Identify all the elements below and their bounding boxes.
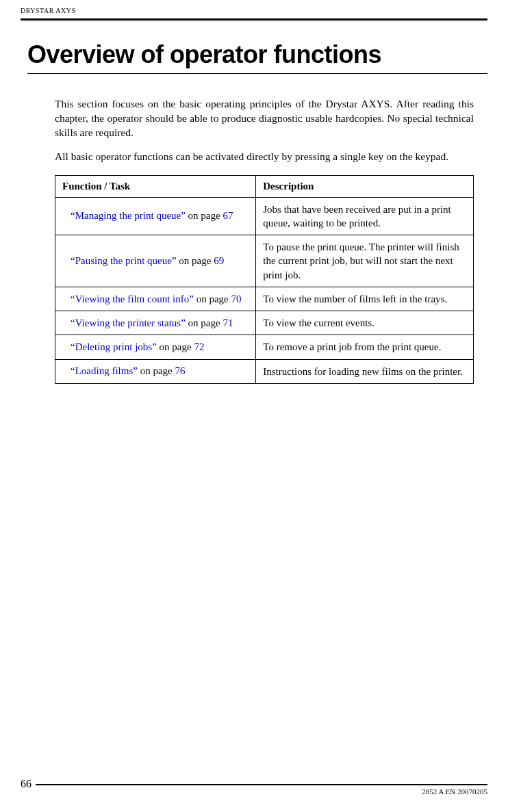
page-number-link[interactable]: 67 [223, 210, 233, 221]
footer-row: 66 2852 A EN 20070205 [21, 787, 487, 800]
table-row: “Loading films” on page 76 Instructions … [55, 359, 474, 383]
on-page-text: on page [138, 365, 175, 376]
document-id: 2852 A EN 20070205 [422, 787, 487, 796]
footer-rule [21, 784, 487, 785]
cross-reference-link[interactable]: “Loading films” [71, 365, 138, 376]
function-cell: “Viewing the printer status” on page 71 [55, 311, 256, 335]
top-rule-thick [21, 18, 487, 20]
intro-paragraph-1: This section focuses on the basic operat… [55, 97, 474, 140]
on-page-text: on page [177, 255, 214, 266]
header-product-label: DRYSTAR AXYS [21, 7, 487, 14]
page-title: Overview of operator functions [21, 40, 487, 69]
col-header-description: Description [256, 175, 474, 197]
description-cell: To view the number of films left in the … [256, 287, 474, 311]
cross-reference-link[interactable]: “Deleting print jobs” [71, 341, 157, 352]
page-number-link[interactable]: 71 [223, 317, 233, 328]
col-header-function: Function / Task [55, 175, 256, 197]
on-page-text: on page [157, 341, 194, 352]
description-cell: To view the current events. [256, 311, 474, 335]
table-header-row: Function / Task Description [55, 175, 474, 197]
on-page-text: on page [186, 317, 223, 328]
page-number-link[interactable]: 69 [214, 255, 224, 266]
cross-reference-link[interactable]: “Viewing the printer status” [71, 317, 186, 328]
cross-reference-link[interactable]: “Pausing the print queue” [71, 255, 177, 266]
function-cell: “Managing the print queue” on page 67 [55, 197, 256, 235]
intro-paragraph-2: All basic operator functions can be acti… [55, 150, 474, 164]
function-cell: “Pausing the print queue” on page 69 [55, 235, 256, 287]
function-cell: “Loading films” on page 76 [55, 359, 256, 383]
table-row: “Deleting print jobs” on page 72 To remo… [55, 335, 474, 359]
page-container: DRYSTAR AXYS Overview of operator functi… [0, 0, 508, 812]
description-cell: Instructions for loading new films on th… [256, 359, 474, 383]
description-cell: Jobs that have been received are put in … [256, 197, 474, 235]
description-cell: To pause the print queue. The printer wi… [256, 235, 474, 287]
top-rule-thin [21, 21, 487, 21]
page-number: 66 [21, 778, 36, 790]
page-footer: 66 2852 A EN 20070205 [0, 784, 508, 800]
table-row: “Viewing the printer status” on page 71 … [55, 311, 474, 335]
table-row: “Managing the print queue” on page 67 Jo… [55, 197, 474, 235]
page-number-link[interactable]: 70 [231, 293, 241, 304]
functions-table: Function / Task Description “Managing th… [55, 175, 474, 384]
cross-reference-link[interactable]: “Managing the print queue” [71, 210, 186, 221]
description-cell: To remove a print job from the print que… [256, 335, 474, 359]
page-number-link[interactable]: 76 [175, 365, 185, 376]
function-cell: “Deleting print jobs” on page 72 [55, 335, 256, 359]
on-page-text: on page [186, 210, 223, 221]
cross-reference-link[interactable]: “Viewing the film count info” [71, 293, 194, 304]
title-underline [27, 73, 487, 74]
table-row: “Viewing the film count info” on page 70… [55, 287, 474, 311]
page-number-link[interactable]: 72 [194, 341, 204, 352]
table-row: “Pausing the print queue” on page 69 To … [55, 235, 474, 287]
function-cell: “Viewing the film count info” on page 70 [55, 287, 256, 311]
on-page-text: on page [194, 293, 231, 304]
